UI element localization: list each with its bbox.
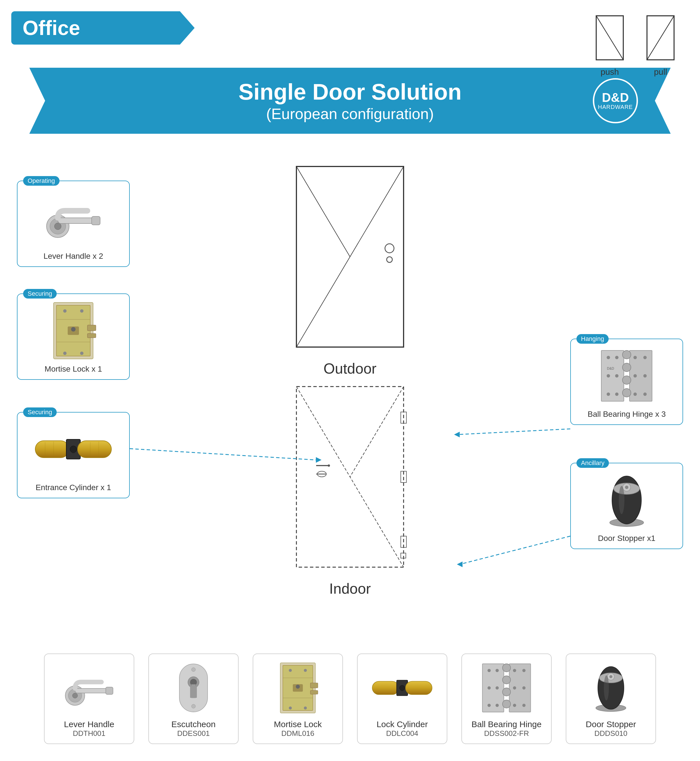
svg-point-93: [304, 669, 307, 672]
svg-rect-24: [78, 441, 111, 458]
product-mortise: Mortise Lock DDML016: [253, 653, 343, 744]
product-lever-name: Lever Handle: [64, 720, 114, 729]
dd-logo-bottom: HARDWARE: [598, 104, 633, 110]
stopper-img: [577, 469, 677, 531]
svg-point-18: [71, 327, 76, 332]
svg-rect-106: [509, 664, 531, 712]
product-stopper-name: Door Stopper: [586, 720, 636, 729]
svg-rect-51: [622, 376, 631, 384]
product-cylinder-code: DDLC004: [386, 729, 418, 738]
svg-text:D&D: D&D: [607, 366, 614, 371]
indoor-section: Indoor: [280, 384, 420, 606]
product-lever-img: [58, 660, 120, 716]
svg-line-3: [647, 16, 674, 60]
svg-rect-107: [503, 664, 511, 672]
dd-logo-top: D&D: [602, 91, 629, 104]
svg-marker-77: [457, 562, 462, 567]
svg-point-40: [328, 464, 330, 467]
product-lever-code: DDTH001: [73, 729, 105, 738]
svg-rect-47: [601, 351, 624, 401]
svg-point-92: [289, 669, 292, 672]
svg-rect-109: [503, 688, 511, 696]
svg-point-57: [607, 393, 610, 396]
svg-point-118: [522, 669, 525, 672]
svg-point-115: [488, 704, 491, 707]
svg-line-76: [460, 536, 570, 564]
svg-rect-52: [622, 388, 631, 397]
push-icon-item: push: [593, 14, 627, 77]
svg-rect-49: [622, 351, 631, 359]
product-hinge-name: Ball Bearing Hinge: [472, 720, 542, 729]
svg-rect-100: [372, 681, 399, 694]
svg-rect-82: [106, 687, 113, 694]
product-stopper-code: DDDS010: [594, 729, 627, 738]
svg-point-71: [619, 486, 624, 514]
mortise-lock-label: Mortise Lock x 1: [23, 365, 123, 374]
svg-rect-102: [406, 681, 432, 694]
svg-point-111: [488, 669, 491, 672]
svg-point-97: [296, 684, 300, 689]
svg-rect-11: [88, 325, 96, 331]
ancillary-tag: Ancillary: [577, 458, 609, 468]
mortise-lock-card: Securing: [17, 293, 130, 380]
svg-point-63: [633, 393, 637, 396]
svg-point-86: [192, 668, 195, 672]
mortise-lock-img: [23, 300, 123, 362]
page-wrapper: Office push pull Single D: [0, 0, 700, 761]
svg-point-127: [609, 675, 612, 678]
svg-point-61: [633, 374, 637, 377]
svg-point-80: [72, 693, 78, 698]
cylinder-icon: [34, 432, 113, 466]
lever-handle-card: Operating Lever Handle x 2: [17, 180, 130, 267]
product-lever: Lever Handle DDTH001: [44, 653, 134, 744]
svg-rect-50: [622, 363, 631, 372]
lever-handle-img: [23, 187, 123, 249]
hinge-img: D&D: [577, 345, 677, 407]
svg-point-13: [63, 309, 67, 313]
svg-point-70: [625, 485, 628, 489]
product-row: Lever Handle DDTH001 Escutcheon DDE: [0, 653, 700, 744]
svg-point-120: [522, 686, 525, 689]
hinge-icon: D&D: [598, 348, 655, 404]
svg-rect-104: [402, 688, 403, 691]
product-escutcheon: Escutcheon DDES001: [148, 653, 239, 744]
svg-point-121: [513, 704, 516, 707]
outdoor-label: Outdoor: [323, 360, 377, 377]
svg-rect-105: [483, 664, 504, 712]
svg-rect-91: [310, 691, 318, 694]
product-escutcheon-icon: [177, 661, 210, 715]
cylinder-label: Entrance Cylinder x 1: [23, 483, 123, 492]
svg-point-15: [63, 352, 67, 355]
stopper-icon: [601, 472, 652, 528]
dd-logo: D&D HARDWARE: [593, 78, 638, 123]
svg-point-54: [615, 356, 619, 359]
push-label: push: [600, 67, 619, 77]
svg-point-56: [615, 374, 619, 377]
pull-icon-item: pull: [644, 14, 677, 77]
banner: Single Door Solution (European configura…: [0, 68, 700, 134]
svg-line-38: [350, 387, 403, 477]
product-hinge-icon: [480, 661, 533, 715]
svg-point-60: [643, 356, 647, 359]
product-cylinder-icon: [371, 672, 433, 703]
svg-point-6: [55, 223, 61, 230]
svg-point-94: [289, 706, 292, 709]
hanging-tag: Hanging: [577, 334, 609, 344]
svg-point-122: [522, 704, 525, 707]
office-badge: Office: [11, 11, 195, 45]
svg-rect-8: [92, 216, 100, 225]
header: Office push pull: [0, 6, 700, 77]
product-mortise-icon: [275, 660, 320, 716]
product-lever-icon: [61, 665, 117, 711]
svg-line-1: [596, 16, 623, 60]
product-mortise-name: Mortise Lock: [274, 720, 322, 729]
svg-point-64: [643, 393, 647, 396]
pull-icon: [644, 14, 677, 65]
svg-rect-108: [503, 676, 511, 684]
product-hinge-img: [475, 660, 538, 716]
outdoor-section: Outdoor: [280, 164, 420, 385]
product-hinge-code: DDSS002-FR: [484, 729, 529, 738]
svg-point-53: [607, 356, 610, 359]
svg-point-14: [80, 309, 83, 313]
svg-point-87: [192, 704, 195, 708]
